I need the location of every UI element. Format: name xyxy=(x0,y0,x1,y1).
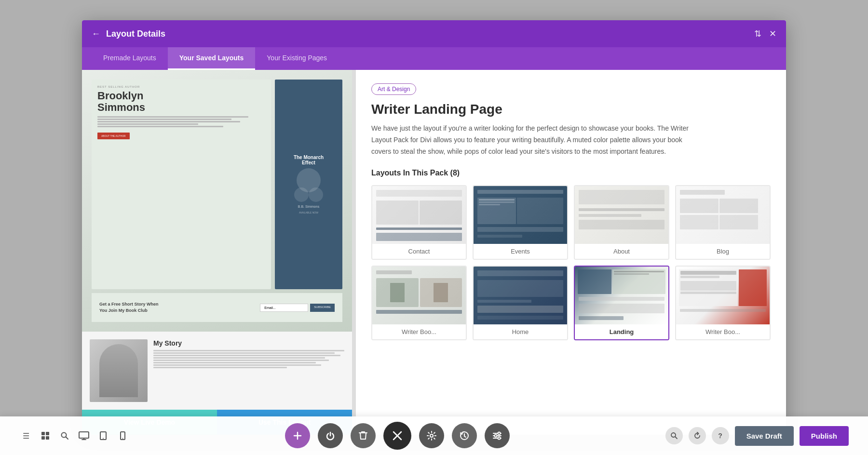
preview-story-text: My Story xyxy=(153,339,344,402)
help-toolbar-icon[interactable]: ? xyxy=(712,427,729,444)
preview-author-label: BEST SELLING AUTHOR xyxy=(97,85,265,88)
layout-thumb-events xyxy=(474,186,567,244)
preview-book-left: BEST SELLING AUTHOR BrooklynSimmons xyxy=(92,80,271,289)
tab-existing-pages[interactable]: Your Existing Pages xyxy=(255,47,339,70)
pack-label: Layouts In This Pack (8) xyxy=(371,169,771,177)
layout-card-label-home: Home xyxy=(474,324,567,339)
tab-bar: Premade Layouts Your Saved Layouts Your … xyxy=(82,47,786,70)
tab-saved-layouts[interactable]: Your Saved Layouts xyxy=(168,47,256,70)
preview-author-name: BrooklynSimmons xyxy=(97,90,265,113)
svg-line-26 xyxy=(675,437,677,439)
layout-card-blog[interactable]: Blog xyxy=(675,185,771,260)
settings-button[interactable] xyxy=(419,423,444,448)
layout-details-modal: ← Layout Details ⇅ ✕ Premade Layouts You… xyxy=(82,20,786,435)
mobile-icon[interactable] xyxy=(116,429,129,442)
category-badge: Art & Design xyxy=(371,83,416,95)
layout-card-label-writer-books-2: Writer Boo... xyxy=(676,324,770,339)
preview-book-right: The MonarchEffect B.B. Simmons AVAILABLE… xyxy=(275,80,342,289)
layout-card-contact[interactable]: Contact xyxy=(371,185,467,260)
layout-card-about[interactable]: About xyxy=(574,185,669,260)
layout-thumb-about xyxy=(575,186,668,244)
search-toolbar-icon[interactable] xyxy=(665,427,683,444)
layout-card-label-landing: Landing xyxy=(575,324,668,339)
layout-thumb-writer-boo xyxy=(676,267,770,324)
refresh-toolbar-icon[interactable] xyxy=(689,427,706,444)
toolbar-center xyxy=(285,422,510,450)
layout-settings-button[interactable] xyxy=(485,423,510,448)
layout-preview: BEST SELLING AUTHOR BrooklynSimmons xyxy=(82,70,352,332)
svg-point-24 xyxy=(498,437,500,440)
header-actions: ⇅ ✕ xyxy=(754,28,776,39)
svg-rect-6 xyxy=(79,432,89,438)
preview-story-heading: My Story xyxy=(153,339,344,347)
layout-card-events[interactable]: Events xyxy=(473,185,568,260)
preview-email-area: Email... SUBSCRIBE xyxy=(260,304,335,312)
svg-point-12 xyxy=(122,438,123,439)
close-button[interactable] xyxy=(383,422,411,450)
preview-panel: BEST SELLING AUTHOR BrooklynSimmons xyxy=(82,70,352,435)
svg-point-22 xyxy=(498,432,500,435)
menu-icon[interactable]: ☰ xyxy=(19,429,33,442)
tablet-icon[interactable] xyxy=(96,429,110,442)
layout-card-label-events: Events xyxy=(474,244,567,259)
close-icon[interactable]: ✕ xyxy=(769,28,776,39)
save-draft-button[interactable]: Save Draft xyxy=(735,426,794,446)
add-module-button[interactable] xyxy=(285,423,310,448)
preview-subscribe-text: Get a Free Short Story WhenYou Join My B… xyxy=(99,301,254,313)
toolbar-right: ? Save Draft Publish xyxy=(665,426,849,446)
svg-point-17 xyxy=(430,434,433,437)
layout-card-writer-books-2[interactable]: Writer Boo... xyxy=(675,266,771,340)
preview-book-shape xyxy=(294,168,323,202)
preview-available: AVAILABLE NOW xyxy=(299,211,318,214)
layout-card-writer-books-1[interactable]: Writer Boo... xyxy=(371,266,467,340)
modal-header: ← Layout Details ⇅ ✕ xyxy=(82,20,786,47)
svg-rect-3 xyxy=(46,436,49,440)
preview-story-lines xyxy=(153,350,344,368)
panel-divider xyxy=(352,70,356,435)
svg-rect-1 xyxy=(46,432,49,435)
preview-book-author: B.B. Simmons xyxy=(298,205,319,208)
layout-card-label-writer-books-1: Writer Boo... xyxy=(372,324,466,339)
preview-subscribe-section: Get a Free Short Story WhenYou Join My B… xyxy=(92,293,342,322)
svg-point-10 xyxy=(103,438,104,439)
layout-description: We have just the layout if you're a writ… xyxy=(371,123,690,157)
layout-thumb-contact xyxy=(372,186,466,244)
layout-thumb-books xyxy=(372,267,466,324)
svg-rect-0 xyxy=(41,432,45,435)
layout-card-label-contact: Contact xyxy=(372,244,466,259)
svg-line-5 xyxy=(66,437,68,440)
power-button[interactable] xyxy=(318,423,343,448)
preview-book-title: The MonarchEffect xyxy=(294,155,324,165)
layout-thumb-blog xyxy=(676,186,770,244)
preview-photo xyxy=(90,339,148,402)
preview-about-btn: ABOUT THE AUTHOR xyxy=(97,133,130,139)
layout-card-home[interactable]: Home xyxy=(473,266,568,340)
bottom-toolbar: ☰ xyxy=(0,416,868,455)
modal-title: Layout Details xyxy=(106,29,754,39)
grid-icon[interactable] xyxy=(39,429,52,442)
layout-card-label-about: About xyxy=(575,244,668,259)
layout-grid: Contact xyxy=(371,185,771,340)
desktop-icon[interactable] xyxy=(77,429,91,442)
preview-subscribe-btn: SUBSCRIBE xyxy=(310,304,335,312)
svg-point-23 xyxy=(494,435,497,437)
layout-info-panel: Art & Design Writer Landing Page We have… xyxy=(356,70,786,435)
back-button[interactable]: ← xyxy=(92,29,100,39)
settings-icon[interactable]: ⇅ xyxy=(754,28,761,39)
layout-card-label-blog: Blog xyxy=(676,244,770,259)
layout-thumb-landing xyxy=(575,267,668,324)
svg-rect-2 xyxy=(41,436,45,440)
toolbar-left: ☰ xyxy=(19,429,129,442)
layout-card-landing[interactable]: Landing xyxy=(574,266,669,340)
modal-body: BEST SELLING AUTHOR BrooklynSimmons xyxy=(82,70,786,435)
publish-button[interactable]: Publish xyxy=(800,426,849,446)
preview-email-input: Email... xyxy=(260,304,308,312)
preview-text-lines xyxy=(97,116,265,127)
preview-story-section: My Story xyxy=(82,332,352,410)
delete-button[interactable] xyxy=(351,423,376,448)
search-icon[interactable] xyxy=(58,429,71,442)
history-button[interactable] xyxy=(452,423,477,448)
tab-premade-layouts[interactable]: Premade Layouts xyxy=(92,47,168,70)
layout-title: Writer Landing Page xyxy=(371,102,771,117)
layout-thumb-home xyxy=(474,267,567,324)
